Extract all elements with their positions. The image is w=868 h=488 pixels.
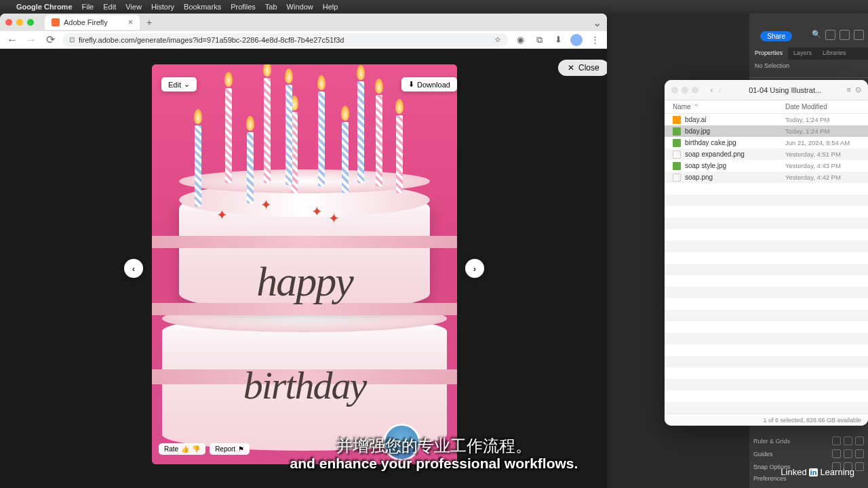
file-row[interactable]: soap expanded.png Yesterday, 4:51 PM [665,148,868,160]
workspace-icon[interactable] [840,30,850,40]
report-label: Report [215,445,235,453]
menubar-tab[interactable]: Tab [265,3,277,11]
profile-avatar[interactable] [570,34,583,46]
file-type-icon [673,127,681,136]
share-button[interactable]: Share [760,31,792,41]
file-date: Yesterday, 4:42 PM [785,174,860,181]
ruler-icon[interactable] [832,436,841,445]
arrange-icon[interactable] [825,30,835,40]
next-image-button[interactable]: › [465,259,484,278]
menubar-help[interactable]: Help [323,3,338,11]
menubar-view[interactable]: View [125,3,142,11]
file-row-empty [665,183,868,195]
menubar-edit[interactable]: Edit [103,3,116,11]
guide-lock-icon[interactable] [844,449,852,458]
search-icon[interactable]: 🔍 [812,30,821,40]
url-text: firefly.adobe.com/generate/images?id=971… [79,36,344,44]
guide-hide-icon[interactable] [855,449,864,458]
guide-icon[interactable] [832,449,841,458]
finder-minimize-button[interactable] [682,87,688,94]
finder-back-button[interactable]: ‹ [708,85,715,95]
subtitle-english: and enhance your professional workflows. [290,455,578,472]
grid-icon[interactable] [844,436,852,445]
menubar-app-name[interactable]: Google Chrome [16,3,73,11]
candle-icon [376,95,382,186]
thumbs-up-icon[interactable]: 👍 [181,445,189,453]
thumbs-down-icon[interactable]: 👎 [192,445,200,453]
video-subtitle: 并增强您的专业工作流程。 and enhance your profession… [290,435,578,472]
finder-status-bar: 1 of 6 selected, 828.66 GB available [665,413,868,426]
file-row[interactable]: bday.ai Today, 1:24 PM [665,114,868,125]
tab-libraries[interactable]: Libraries [817,47,852,60]
chrome-window: Adobe Firefly × + ⌄ ← → ⟳ ⊡ firefly.adob… [0,14,607,488]
star-decoration-icon: ✦ [311,203,323,220]
window-close-button[interactable] [5,19,12,26]
prev-image-button[interactable]: ‹ [124,259,143,278]
file-date: Jun 21, 2024, 8:54 AM [785,139,860,146]
edit-button[interactable]: Edit ⌄ [161,77,197,92]
tab-layers[interactable]: Layers [788,47,817,60]
downloads-icon[interactable]: ⬇ [551,33,565,47]
chrome-toolbar: ← → ⟳ ⊡ firefly.adobe.com/generate/image… [0,31,607,49]
artboard-icon[interactable] [855,436,864,445]
menubar-profiles[interactable]: Profiles [231,3,256,11]
file-row-empty [665,390,868,402]
finder-header: ‹ › 01-04 Using Illustrat... ≡ ⊙ [665,80,868,100]
finder-maximize-button[interactable] [692,87,698,94]
file-row-empty [665,241,868,252]
new-tab-button[interactable]: + [144,17,155,28]
view-options-icon[interactable]: ⊙ [855,85,861,94]
window-maximize-button[interactable] [27,19,34,26]
column-name-header[interactable]: Name ⌃ [673,103,785,110]
report-button[interactable]: Report ⚑ [210,443,250,455]
bookmark-star-icon[interactable]: ☆ [494,35,501,44]
finder-forward-button[interactable]: › [716,85,723,95]
reload-button[interactable]: ⟳ [43,33,57,47]
file-row-empty [665,356,868,367]
site-info-icon[interactable]: ⊡ [69,36,75,43]
file-date: Yesterday, 4:43 PM [785,162,860,169]
close-icon: ✕ [568,63,574,73]
sort-chevron-icon: ⌃ [694,104,698,110]
menubar-bookmarks[interactable]: Bookmarks [184,3,221,11]
file-name: birthday cake.jpg [685,139,785,146]
file-row[interactable]: birthday cake.jpg Jun 21, 2024, 8:54 AM [665,137,868,148]
file-row[interactable]: bday.jpg Today, 1:24 PM [665,125,868,137]
address-bar[interactable]: ⊡ firefly.adobe.com/generate/images?id=9… [62,33,508,47]
forward-button[interactable]: → [24,33,38,47]
file-date: Yesterday, 4:51 PM [785,150,860,158]
file-row-empty [665,310,868,321]
file-date: Today, 1:24 PM [785,127,860,135]
close-button[interactable]: ✕ Close [558,60,607,76]
menubar-file[interactable]: File [82,3,94,11]
tab-properties[interactable]: Properties [749,47,788,60]
tab-close-icon[interactable]: × [128,18,133,27]
list-view-icon[interactable]: ≡ [847,85,851,94]
panel-icon[interactable] [854,30,864,40]
translate-icon[interactable]: ◉ [513,33,527,47]
linkedin-suffix: Learning [820,467,854,477]
rate-button[interactable]: Rate 👍 👎 [159,443,205,455]
menubar-history[interactable]: History [151,3,174,11]
chrome-menu-icon[interactable]: ⋮ [588,33,601,47]
image-actions: Rate 👍 👎 Report ⚑ [159,443,250,455]
window-minimize-button[interactable] [16,19,23,26]
tab-dropdown-icon[interactable]: ⌄ [593,16,601,29]
browser-tab[interactable]: Adobe Firefly × [45,15,140,30]
finder-close-button[interactable] [671,87,678,94]
back-button[interactable]: ← [5,33,19,47]
file-name: soap.png [685,174,785,181]
file-row[interactable]: soap style.jpg Yesterday, 4:43 PM [665,160,868,171]
file-row[interactable]: soap.png Yesterday, 4:42 PM [665,171,868,183]
subtitle-chinese: 并增强您的专业工作流程。 [290,435,578,457]
menubar-window[interactable]: Window [287,3,313,11]
extensions-icon[interactable]: ⧉ [532,33,546,47]
file-type-icon [673,139,681,147]
column-date-header[interactable]: Date Modified [785,103,860,110]
snap-pixel-icon[interactable] [855,462,864,471]
download-button[interactable]: ⬇ Download [401,77,457,92]
cake-text-happy: happy [256,258,353,306]
tab-title: Adobe Firefly [64,18,108,26]
firefly-viewer: ✦ ✦ ✦ ✦ happy birthday Edit [0,49,607,488]
star-decoration-icon: ✦ [216,207,228,223]
